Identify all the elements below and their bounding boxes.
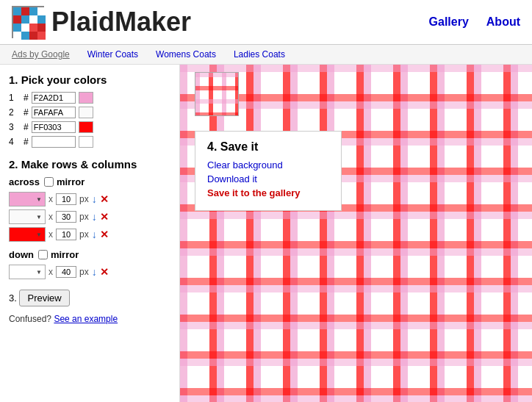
stripe-size-input-across-1[interactable] (56, 193, 76, 205)
womens-coats-link[interactable]: Womens Coats (156, 49, 216, 60)
color-num-3: 3 (9, 122, 21, 132)
svg-rect-5 (29, 7, 37, 15)
down-label-row: down mirror (9, 249, 170, 260)
down-mirror-label: mirror (51, 249, 79, 260)
remove-stripe-btn-down-1[interactable]: ✕ (100, 266, 109, 278)
down-mirror-check: mirror (38, 249, 79, 260)
header-links: Gallery About (429, 15, 520, 29)
download-it-link[interactable]: Download it (207, 173, 329, 184)
down-mirror-checkbox[interactable] (38, 250, 48, 259)
down-arrow-icon-down-1[interactable]: ↓ (92, 266, 97, 278)
colors-title: 1. Pick your colors (9, 73, 170, 86)
preview-button[interactable]: Preview (19, 290, 69, 306)
color-input-2[interactable] (32, 107, 76, 118)
color-input-3[interactable] (32, 121, 76, 133)
color-swatch-2[interactable] (79, 107, 93, 118)
across-mirror-label: mirror (57, 176, 85, 187)
color-num-1: 1 (9, 93, 21, 103)
svg-rect-10 (37, 32, 46, 40)
chevron-down-icon-3: ▼ (36, 231, 42, 238)
down-label: down (9, 249, 34, 260)
svg-rect-27 (195, 86, 239, 90)
ladies-coats-link[interactable]: Ladies Coats (234, 49, 285, 60)
about-link[interactable]: About (486, 15, 520, 29)
svg-rect-23 (209, 73, 213, 116)
winter-coats-link[interactable]: Winter Coats (87, 49, 138, 60)
save-title: 4. Save it (207, 140, 329, 154)
color-input-1[interactable] (32, 92, 76, 104)
down-arrow-icon-3[interactable]: ↓ (92, 229, 97, 240)
navbar: Ads by Google Winter Coats Womens Coats … (0, 45, 532, 65)
header: PlaidMaker Gallery About (0, 0, 532, 45)
color-num-4: 4 (9, 137, 21, 147)
across-label-row: across mirror (9, 176, 170, 187)
see-example-link[interactable]: See an example (54, 314, 118, 324)
left-panel: 1. Pick your colors 1 # 2 # 3 # (0, 65, 180, 402)
save-to-gallery-link[interactable]: Save it to the gallery (207, 187, 329, 198)
svg-rect-7 (13, 24, 21, 32)
color-num-2: 2 (9, 107, 21, 118)
center-panel: 4. Save it Clear background Download it … (180, 65, 532, 402)
confused-text: Confused? See an example (9, 314, 170, 324)
logo-area: PlaidMaker (12, 6, 191, 38)
remove-stripe-btn-2[interactable]: ✕ (100, 211, 109, 223)
logo-icon (12, 6, 44, 38)
svg-rect-6 (37, 15, 46, 24)
rows-cols-section: 2. Make rows & columns across mirror ▼ x… (9, 158, 170, 279)
across-mirror-checkbox[interactable] (44, 177, 54, 187)
svg-rect-22 (195, 73, 200, 116)
color-section: 1. Pick your colors 1 # 2 # 3 # (9, 73, 170, 148)
across-label: across (9, 176, 40, 187)
stripe-color-btn-3[interactable]: ▼ (9, 227, 46, 242)
color-swatch-3[interactable] (79, 121, 93, 133)
svg-rect-24 (222, 73, 226, 116)
logo-text: PlaidMaker (51, 7, 191, 37)
chevron-down-icon-down-1: ▼ (36, 269, 42, 276)
svg-rect-9 (29, 24, 37, 32)
remove-stripe-btn-1[interactable]: ✕ (100, 193, 109, 205)
down-arrow-icon-2[interactable]: ↓ (92, 211, 97, 223)
across-mirror-check: mirror (44, 176, 85, 187)
svg-rect-3 (13, 7, 21, 15)
stripe-color-btn-2[interactable]: ▼ (9, 209, 46, 224)
color-row-1: 1 # (9, 92, 170, 104)
svg-rect-8 (21, 32, 29, 40)
color-row-2: 2 # (9, 107, 170, 118)
svg-rect-21 (195, 73, 239, 116)
color-row-3: 3 # (9, 121, 170, 133)
clear-background-link[interactable]: Clear background (207, 159, 329, 171)
svg-rect-29 (195, 112, 239, 116)
down-arrow-icon-1[interactable]: ↓ (92, 193, 97, 205)
rows-cols-title: 2. Make rows & columns (9, 158, 170, 171)
svg-rect-25 (235, 73, 239, 116)
chevron-down-icon-2: ▼ (36, 214, 42, 220)
stripe-row-down-1: ▼ x px ↓ ✕ (9, 265, 170, 279)
stripe-color-btn-1[interactable]: ▼ (9, 192, 46, 207)
gallery-link[interactable]: Gallery (429, 15, 469, 29)
svg-rect-28 (195, 99, 239, 104)
preview-section: 3. Preview (9, 290, 170, 306)
color-input-4[interactable] (32, 136, 76, 148)
confused-label: Confused? (9, 314, 51, 324)
stripe-row-across-2: ▼ x px ↓ ✕ (9, 209, 170, 224)
color-swatch-1[interactable] (79, 92, 93, 104)
remove-stripe-btn-3[interactable]: ✕ (100, 229, 109, 240)
color-row-4: 4 # (9, 136, 170, 148)
mini-preview (195, 72, 239, 116)
stripe-color-btn-down-1[interactable]: ▼ (9, 265, 46, 279)
svg-rect-26 (195, 73, 239, 77)
color-swatch-4[interactable] (79, 136, 93, 148)
stripe-size-input-across-2[interactable] (56, 211, 76, 223)
stripe-row-across-3: ▼ x px ↓ ✕ (9, 227, 170, 242)
stripe-row-across-1: ▼ x px ↓ ✕ (9, 192, 170, 207)
svg-rect-4 (21, 15, 29, 24)
chevron-down-icon-1: ▼ (36, 196, 42, 203)
preview-section-num: 3. (9, 292, 17, 304)
stripe-size-input-down-1[interactable] (56, 266, 76, 278)
save-panel: 4. Save it Clear background Download it … (195, 131, 342, 211)
main: 1. Pick your colors 1 # 2 # 3 # (0, 65, 532, 402)
ads-label: Ads by Google (12, 49, 70, 60)
stripe-size-input-across-3[interactable] (56, 229, 76, 240)
